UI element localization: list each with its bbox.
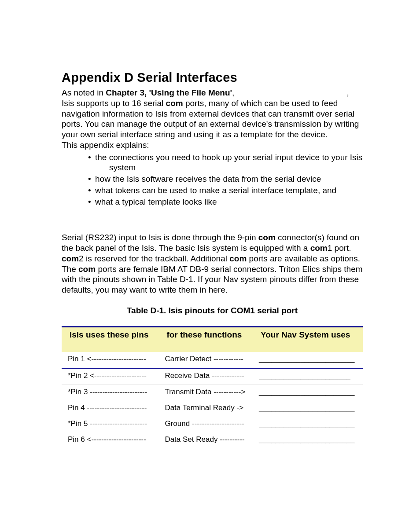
p2-f: com (62, 254, 79, 263)
table-row: Pin 1 <---------------------- Carrier De… (62, 352, 363, 368)
th-nav: Your Nav System uses (253, 327, 363, 352)
cell-nav: _______________________ (253, 401, 363, 417)
table-caption: Table D-1. Isis pinouts for COM1 serial … (62, 306, 363, 316)
p2-d: com (310, 243, 328, 253)
table-row: Pin 6 <---------------------- Data Set R… (62, 433, 363, 448)
p2-g: 2 is reserved for the trackball. Additio… (79, 254, 229, 263)
th-functions: for these functions (158, 327, 253, 352)
cell-pin: Pin 1 <---------------------- (62, 352, 158, 368)
list-item: what tokens can be used to make a serial… (88, 185, 363, 196)
cell-func: Receive Data ------------- (158, 368, 253, 385)
cell-nav: _______________________ (253, 433, 363, 448)
cell-nav: ______________________ (253, 368, 363, 385)
table-row: *Pin 2 <--------------------- Receive Da… (62, 368, 363, 385)
page-title: Appendix D Serial Interfaces (62, 70, 363, 85)
list-item: the connections you need to hook up your… (88, 152, 363, 173)
cell-pin: *Pin 5 ----------------------- (62, 417, 158, 433)
p2-k: ports are female IBM AT DB-9 serial conn… (62, 264, 363, 295)
p2-e: 1 port. (328, 243, 351, 253)
pinout-table: Isis uses these pins for these functions… (62, 326, 363, 448)
intro-bold-chapter: Chapter 3, 'Using the File Menu' (106, 88, 232, 97)
list-item: how the Isis software receives the data … (88, 174, 363, 184)
bullet-text: what tokens can be used to make a serial… (95, 186, 336, 195)
cell-pin: Pin 4 ------------------------ (62, 401, 158, 417)
cell-nav: _______________________ (253, 417, 363, 433)
bullet-text: how the Isis software receives the data … (95, 174, 321, 183)
th-pins: Isis uses these pins (62, 327, 158, 352)
intro-bold-com: com (166, 99, 183, 108)
cell-nav: _______________________ (253, 385, 363, 401)
intro-text-3: This appendix explains: (62, 140, 149, 150)
intro-trailing-comma: , (347, 88, 349, 97)
p2-b: com (258, 233, 276, 242)
intro-comma: , (232, 88, 234, 97)
bullet-list: the connections you need to hook up your… (62, 152, 363, 207)
cell-nav: _______________________ (253, 352, 363, 368)
p2-a: Serial (RS232) input to Isis is done thr… (62, 233, 258, 242)
bullet-text: what a typical template looks like (95, 197, 217, 206)
cell-pin: Pin 6 <---------------------- (62, 433, 158, 448)
bullet-text-cont: system (95, 162, 363, 173)
table-row: *Pin 3 ----------------------- Transmit … (62, 385, 363, 401)
cell-pin: *Pin 2 <--------------------- (62, 368, 158, 385)
list-item: what a typical template looks like (88, 197, 363, 207)
p2-j: com (78, 264, 96, 274)
p2-h: com (229, 254, 247, 263)
cell-func: Carrier Detect ------------ (158, 352, 253, 368)
cell-func: Data Set Ready ---------- (158, 433, 253, 448)
cell-func: Data Terminal Ready -> (158, 401, 253, 417)
table-row: Pin 4 ------------------------ Data Term… (62, 401, 363, 417)
table-row: *Pin 5 ----------------------- Ground --… (62, 417, 363, 433)
cell-pin: *Pin 3 ----------------------- (62, 385, 158, 401)
paragraph-2: Serial (RS232) input to Isis is done thr… (62, 232, 363, 295)
bullet-text: the connections you need to hook up your… (95, 153, 362, 162)
intro-paragraph: As noted in Chapter 3, 'Using the File M… (62, 88, 363, 150)
cell-func: Ground --------------------- (158, 417, 253, 433)
document-page: Appendix D Serial Interfaces As noted in… (0, 0, 420, 510)
cell-func: Transmit Data -----------> (158, 385, 253, 401)
intro-text-2a: Isis supports up to 16 serial (62, 99, 166, 108)
intro-text: As noted in (62, 88, 106, 97)
table-header-row: Isis uses these pins for these functions… (62, 327, 363, 352)
